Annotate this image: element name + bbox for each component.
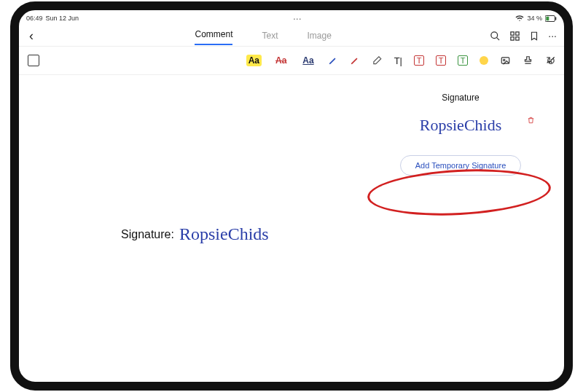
tab-text[interactable]: Text [262,28,278,45]
tab-comment[interactable]: Comment [195,26,232,45]
note-green-tool[interactable]: T [458,55,468,66]
trash-icon [527,116,535,125]
signature-panel: Signature RopsieChids Add Temporary Sign… [380,93,541,176]
pen-red-icon[interactable] [350,55,360,66]
svg-point-10 [504,59,505,60]
status-bar: 06:49 Sun 12 Jun ··· 34 % [19,10,564,24]
svg-rect-6 [516,31,519,34]
document-canvas[interactable]: Signature: RopsieChids Signature RopsieC… [19,75,564,391]
grid-icon[interactable] [509,31,520,42]
signature-panel-title: Signature [380,93,541,103]
wifi-icon [515,15,524,22]
back-button[interactable]: ‹ [26,27,36,45]
svg-point-3 [491,31,498,38]
svg-rect-8 [516,36,519,39]
highlight-tool[interactable]: Aa [246,55,262,66]
note-red-tool[interactable]: T [414,55,424,66]
svg-rect-2 [555,17,556,20]
eraser-icon[interactable] [372,55,383,66]
saved-signature[interactable]: RopsieChids [380,116,541,135]
svg-line-4 [497,37,500,40]
note-red2-tool[interactable]: T [436,55,446,66]
svg-rect-7 [511,36,514,39]
redo-button[interactable]: ↻ [546,54,555,68]
sticky-note-tool[interactable] [480,56,488,65]
underline-tool[interactable]: Aa [300,55,316,66]
textbox-tool[interactable]: T| [394,55,402,66]
status-date: Sun 12 Jun [46,15,79,22]
add-temporary-signature-button[interactable]: Add Temporary Signature [400,155,522,176]
selection-tool[interactable] [28,55,39,66]
nav-row: ‹ Comment Text Image ··· [19,24,564,46]
status-center-dots: ··· [293,12,302,24]
signature-field-label: Signature: [121,228,174,241]
image-tool-icon[interactable] [500,55,511,66]
bookmark-icon[interactable] [529,31,539,42]
svg-rect-5 [511,31,514,34]
stamp-tool-icon[interactable] [523,55,533,66]
svg-rect-1 [546,16,549,20]
strikeout-tool[interactable]: Aa [273,55,289,66]
more-icon[interactable]: ··· [548,30,557,42]
delete-signature-button[interactable] [527,116,535,126]
tab-image[interactable]: Image [308,28,332,45]
status-time: 06:49 [26,15,43,22]
device-frame: 06:49 Sun 12 Jun ··· 34 % ‹ Comment Text… [10,1,573,391]
tool-row: Aa Aa Aa T| T T T ↻ [19,46,564,75]
battery-icon [545,15,557,22]
signature-field-value[interactable]: RopsieChids [179,224,269,244]
pen-blue-icon[interactable] [328,55,338,66]
search-icon[interactable] [490,31,501,42]
mode-tabs: Comment Text Image [195,26,331,45]
battery-percent: 34 % [527,15,542,22]
